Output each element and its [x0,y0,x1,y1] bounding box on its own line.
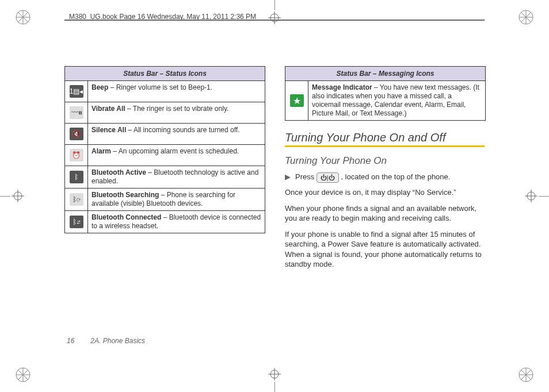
paragraph: If your phone is unable to find a signal… [285,229,485,270]
icon-name: Message Indicator [312,83,372,91]
silence-icon: 🔇 [70,128,83,140]
ornament-icon [15,9,31,25]
icon-cell: ᛒ⇄ [65,211,88,233]
content-columns: Status Bar – Status Icons 1▤◂Beep – Ring… [64,66,485,329]
description-cell: Silence All – All incoming sounds are tu… [88,124,265,144]
table-header: Status Bar – Status Icons [65,67,265,81]
table-row: ⏰Alarm – An upcoming alarm event is sche… [65,144,265,166]
status-icons-table: Status Bar – Status Icons 1▤◂Beep – Ring… [64,66,265,233]
icon-cell: ⏰ [65,145,88,166]
bt-connected-icon: ᛒ⇄ [70,216,83,228]
page-number: 16 [67,337,74,345]
icon-cell: 🔇 [65,124,88,144]
description-cell: Bluetooth Connected – Bluetooth device i… [88,211,265,233]
description-cell: Bluetooth Active – Bluetooth technology … [88,166,265,188]
ornament-icon [518,9,534,25]
right-column: Status Bar – Messaging Icons ★Message In… [285,66,485,329]
step-text-suffix: , located on the top of the phone. [341,172,450,181]
description-cell: Alarm – An upcoming alarm event is sched… [88,145,265,166]
step-marker-icon: ▶ [285,172,291,183]
registration-mark-icon [268,11,281,24]
crop-tick-top [274,0,275,10]
icon-description: – Ringer volume is set to Beep-1. [108,83,212,91]
crop-tick-bottom [274,382,275,392]
heading-underline [285,145,485,147]
table-header: Status Bar – Messaging Icons [285,67,485,81]
icon-cell: 〰▤ [65,102,88,123]
page: M380_UG.book Page 16 Wednesday, May 11, … [0,0,549,392]
bt-search-icon: ᛒ⟳ [70,193,83,206]
left-column: Status Bar – Status Icons 1▤◂Beep – Ring… [64,66,264,329]
icon-name: Bluetooth Connected [92,213,161,221]
section-title: 2A. Phone Basics [90,337,145,345]
icon-cell: 1▤◂ [65,81,88,102]
icon-name: Bluetooth Searching [92,191,159,199]
table-row: 🔇Silence All – All incoming sounds are t… [65,123,265,144]
registration-mark-icon [268,368,281,381]
icon-name: Vibrate All [92,105,125,113]
beep-icon: 1▤◂ [70,85,83,98]
bt-active-icon: ᛒ [70,171,83,183]
icon-description: – The ringer is set to vibrate only. [125,105,229,113]
icon-cell: ᛒ⟳ [65,189,88,210]
icon-description: – An upcoming alarm event is scheduled. [111,147,239,155]
instruction-step: ▶ Press ⏻|⏻ , located on the top of the … [285,172,485,183]
icon-cell: ᛒ [65,166,88,188]
icon-name: Silence All [92,126,126,134]
page-footer: 16 2A. Phone Basics [67,337,145,345]
description-cell: Vibrate All – The ringer is set to vibra… [88,102,265,123]
power-key-icon: ⏻|⏻ [317,172,339,183]
section-heading: Turning Your Phone On and Off [285,131,485,144]
description-cell: Beep – Ringer volume is set to Beep-1. [88,81,265,102]
messaging-icons-table: Status Bar – Messaging Icons ★Message In… [285,66,486,121]
icon-name: Alarm [92,147,111,155]
header-rule [64,20,485,21]
icon-name: Bluetooth Active [92,168,146,176]
subsection-heading: Turning Your Phone On [285,155,485,167]
ornament-icon [518,367,534,383]
step-text-prefix: Press [295,172,317,181]
table-row: ᛒ⟳Bluetooth Searching – Phone is searchi… [65,188,265,210]
crop-tick-right [539,196,549,197]
table-row: ★Message Indicator – You have new text m… [285,81,485,120]
paragraph: Once your device is on, it may display “… [285,187,485,198]
message-icon: ★ [290,94,304,107]
table-row: ᛒ⇄Bluetooth Connected – Bluetooth device… [65,210,265,233]
crop-tick-left [0,196,10,197]
vibrate-icon: 〰▤ [70,106,83,119]
icon-name: Beep [92,83,108,91]
table-row: 1▤◂Beep – Ringer volume is set to Beep-1… [65,81,265,102]
ornament-icon [15,367,31,383]
table-row: 〰▤Vibrate All – The ringer is set to vib… [65,102,265,123]
alarm-icon: ⏰ [70,149,83,162]
table-row: ᛒBluetooth Active – Bluetooth technology… [65,166,265,188]
description-cell: Bluetooth Searching – Phone is searching… [88,189,265,210]
registration-mark-icon [12,190,24,202]
icon-cell: ★ [285,81,308,120]
icon-description: – All incoming sounds are turned off. [126,126,239,134]
paragraph: When your phone finds a signal and an av… [285,203,485,224]
registration-mark-icon [525,190,537,202]
description-cell: Message Indicator – You have new text me… [308,81,485,120]
